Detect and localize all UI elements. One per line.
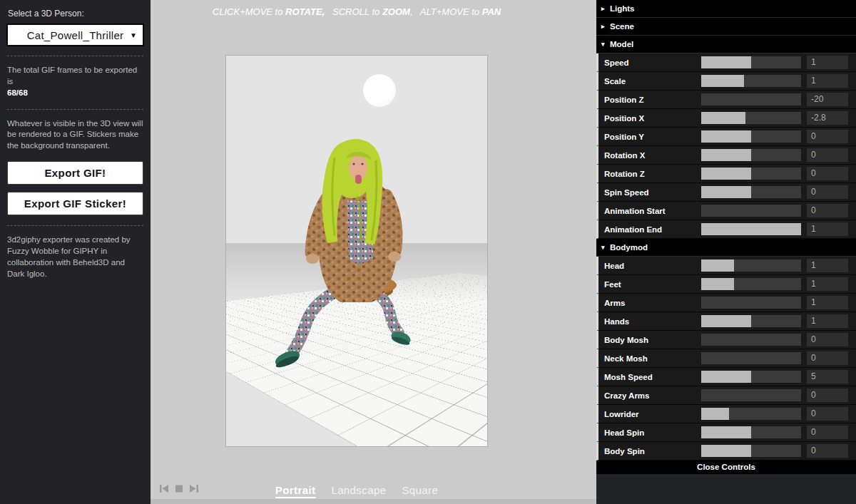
slider-label: Animation End — [604, 225, 701, 234]
folder-title: Scene — [610, 22, 634, 31]
slider-label: Feet — [604, 280, 701, 289]
slider-fill — [701, 278, 734, 290]
slider-label: Rotation X — [604, 151, 701, 160]
sidebar: Select a 3D Person: Cat_Powell_Thriller … — [0, 0, 151, 504]
export-gif-button[interactable]: Export GIF! — [7, 161, 143, 185]
slider-label: Head — [604, 262, 701, 270]
value-input[interactable]: 1 — [807, 296, 848, 309]
value-input[interactable]: 1 — [807, 74, 848, 88]
gui-row-speed: Speed1 — [596, 53, 856, 72]
folder-header-model[interactable]: ▾Model — [596, 36, 856, 53]
gui-row-position-y: Position Y0 — [596, 128, 856, 146]
value-input[interactable]: 0 — [807, 426, 848, 439]
slider-fill — [701, 371, 751, 383]
skip-end-button[interactable] — [188, 483, 200, 497]
playback-controls — [158, 483, 200, 497]
slider-track[interactable] — [701, 223, 801, 235]
slider-track[interactable] — [701, 334, 801, 346]
slider-label: Scale — [604, 77, 701, 86]
slider-track[interactable] — [701, 130, 801, 143]
gui-row-body-mosh: Body Mosh0 — [596, 331, 856, 349]
slider-label: Neck Mosh — [604, 354, 701, 363]
size-tab-portrait[interactable]: Portrait — [275, 484, 316, 498]
slider-track[interactable] — [701, 168, 801, 180]
slider-track[interactable] — [701, 149, 801, 161]
value-input[interactable]: 1 — [807, 314, 848, 328]
gui-row-rotation-z: Rotation Z0 — [596, 165, 856, 183]
controls-panel: ▸Lights▸Scene▾ModelSpeed1Scale1Position … — [596, 0, 856, 504]
size-tab-landscape[interactable]: Landscape — [331, 484, 386, 498]
stop-button[interactable] — [173, 483, 185, 497]
value-input[interactable]: 1 — [807, 259, 848, 272]
folder-header-lights[interactable]: ▸Lights — [596, 0, 856, 18]
person-select[interactable]: Cat_Powell_Thriller ▼ — [7, 24, 143, 46]
slider-track[interactable] — [701, 389, 801, 401]
value-input[interactable]: 0 — [807, 148, 848, 162]
slider-track[interactable] — [701, 93, 801, 106]
slider-track[interactable] — [701, 315, 801, 327]
gui-row-lowrider: Lowrider0 — [596, 405, 856, 423]
slider-track[interactable] — [701, 186, 801, 198]
value-input[interactable]: 1 — [807, 277, 848, 291]
gui-row-rotation-x: Rotation X0 — [596, 146, 856, 165]
slider-label: Body Spin — [604, 447, 701, 456]
gui-row-body-spin: Body Spin0 — [596, 442, 856, 461]
slider-fill — [701, 315, 751, 327]
slider-track[interactable] — [701, 408, 801, 420]
visibility-note: Whatever is visible in the 3D view will … — [7, 118, 143, 153]
value-input[interactable]: -20 — [807, 93, 848, 106]
chevron-right-icon: ▸ — [601, 23, 610, 30]
viewport-3d[interactable]: CLICK+MOVE to ROTATE, SCROLL to ZOOM, AL… — [151, 0, 596, 504]
value-input[interactable]: 0 — [807, 389, 848, 402]
value-input[interactable]: 0 — [807, 204, 848, 217]
slider-track[interactable] — [701, 371, 801, 383]
slider-fill — [701, 56, 751, 68]
folder-header-bodymod[interactable]: ▾Bodymod — [596, 239, 856, 257]
folder-header-scene[interactable]: ▸Scene — [596, 18, 856, 36]
size-tab-square[interactable]: Square — [402, 484, 438, 498]
slider-label: Hands — [604, 317, 701, 326]
value-input[interactable]: 5 — [807, 370, 848, 384]
value-input[interactable]: 0 — [807, 333, 848, 346]
model-figure[interactable] — [272, 136, 411, 375]
slider-fill — [701, 112, 745, 124]
slider-track[interactable] — [701, 352, 801, 364]
person-select-label: Select a 3D Person: — [8, 9, 143, 19]
value-input[interactable]: 0 — [807, 185, 848, 199]
slider-label: Mosh Speed — [604, 373, 701, 381]
slider-track[interactable] — [701, 278, 801, 290]
slider-track[interactable] — [701, 112, 801, 124]
slider-fill — [701, 75, 744, 87]
slider-track[interactable] — [701, 75, 801, 87]
slider-track[interactable] — [701, 56, 801, 68]
value-input[interactable]: 0 — [807, 444, 848, 458]
value-input[interactable]: 0 — [807, 351, 848, 365]
slider-track[interactable] — [701, 445, 801, 457]
slider-track[interactable] — [701, 259, 801, 272]
close-controls-button[interactable]: Close Controls — [596, 461, 856, 474]
render-frame[interactable] — [225, 55, 488, 447]
skip-start-button[interactable] — [158, 483, 170, 497]
gui-row-crazy-arms: Crazy Arms0 — [596, 386, 856, 405]
value-input[interactable]: 0 — [807, 407, 848, 421]
value-input[interactable]: 1 — [807, 56, 848, 69]
slider-track[interactable] — [701, 426, 801, 438]
value-input[interactable]: 0 — [807, 167, 848, 180]
value-input[interactable]: -2.8 — [807, 111, 848, 125]
export-gif-sticker-button[interactable]: Export GIF Sticker! — [7, 192, 143, 215]
frames-count: 68/68 — [7, 88, 28, 97]
value-input[interactable]: 1 — [807, 222, 848, 236]
folder-title: Bodymod — [610, 243, 648, 252]
camera-instructions: CLICK+MOVE to ROTATE, SCROLL to ZOOM, AL… — [213, 6, 501, 17]
gui-row-scale: Scale1 — [596, 72, 856, 91]
frames-text: The total GIF frames to be exported is 6… — [7, 65, 143, 99]
slider-fill — [701, 186, 751, 198]
divider — [7, 109, 143, 110]
slider-label: Lowrider — [604, 410, 701, 418]
slider-track[interactable] — [701, 205, 801, 217]
light-sphere — [363, 74, 396, 107]
bottom-scrollbar[interactable] — [151, 499, 596, 504]
slider-track[interactable] — [701, 297, 801, 309]
gui-row-animation-start: Animation Start0 — [596, 202, 856, 220]
value-input[interactable]: 0 — [807, 130, 848, 143]
